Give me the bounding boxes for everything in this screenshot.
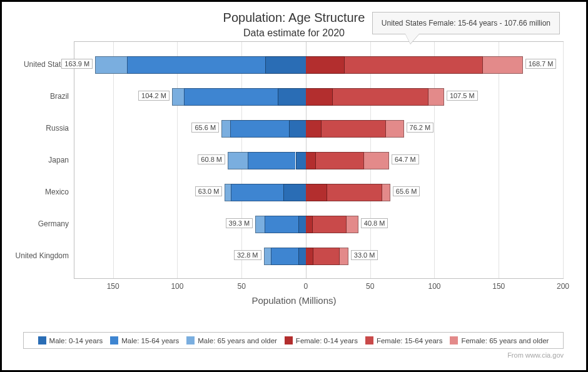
bar-segment-male[interactable]	[278, 88, 306, 106]
legend-swatch-icon	[110, 336, 118, 344]
bar-segment-male[interactable]	[265, 56, 306, 74]
bar-segment-male[interactable]	[95, 56, 127, 74]
female-total-label: 64.7 M	[392, 154, 419, 164]
bar-row: 32.8 M33.0 M	[74, 248, 563, 265]
x-tick-label: 200	[557, 282, 569, 291]
bar-segment-female[interactable]	[306, 248, 313, 265]
female-total-label: 168.7 M	[525, 59, 557, 69]
bar-segment-male[interactable]	[184, 88, 278, 106]
bar-segment-male[interactable]	[231, 184, 283, 201]
plot-area: 15010050050100150200163.9 M168.7 M104.2 …	[74, 41, 564, 279]
legend-item[interactable]: Female: 15-64 years	[365, 336, 442, 344]
x-tick-label: 100	[171, 282, 183, 291]
x-tick-label: 50	[366, 282, 374, 291]
bar-segment-male[interactable]	[283, 184, 306, 201]
bar-segment-female[interactable]	[345, 56, 483, 74]
legend-label: Male: 65 years and older	[198, 337, 277, 344]
x-axis-title: Population (Millions)	[21, 295, 567, 306]
gridline	[563, 42, 564, 278]
bar-segment-male[interactable]	[289, 120, 306, 138]
bar-segment-male[interactable]	[255, 216, 264, 233]
legend-item[interactable]: Female: 65 years and older	[450, 336, 549, 344]
male-total-label: 39.3 M	[226, 218, 253, 228]
legend-label: Male: 0-14 years	[49, 337, 103, 344]
bar-segment-female[interactable]	[483, 56, 523, 74]
bar-segment-female[interactable]	[306, 152, 316, 169]
bar-segment-female[interactable]	[322, 120, 386, 138]
male-total-label: 63.0 M	[195, 186, 223, 196]
male-total-label: 60.8 M	[198, 154, 225, 164]
bar-row: 163.9 M168.7 M	[74, 56, 563, 74]
bar-segment-female[interactable]	[340, 248, 348, 265]
tooltip: United States Female: 15-64 years - 107.…	[372, 12, 560, 34]
male-total-label: 32.8 M	[234, 250, 261, 260]
legend-item[interactable]: Male: 0-14 years	[38, 336, 103, 344]
bar-segment-female[interactable]	[313, 248, 340, 265]
bar-segment-female[interactable]	[306, 120, 322, 138]
bar-segment-male[interactable]	[225, 184, 231, 201]
y-tick-label: Japan	[48, 156, 69, 164]
bar-segment-female[interactable]	[313, 216, 346, 233]
bar-segment-male[interactable]	[265, 216, 298, 233]
legend-item[interactable]: Female: 0-14 years	[285, 336, 358, 344]
female-total-label: 40.8 M	[361, 218, 388, 228]
x-tick-label: 0	[304, 282, 308, 291]
legend-swatch-icon	[186, 336, 195, 344]
bar-row: 39.3 M40.8 M	[74, 216, 563, 233]
legend-swatch-icon	[285, 336, 293, 344]
bar-segment-male[interactable]	[230, 120, 290, 138]
bar-segment-female[interactable]	[364, 152, 389, 169]
bar-segment-female[interactable]	[306, 216, 313, 233]
legend-swatch-icon	[38, 336, 46, 344]
bar-segment-female[interactable]	[306, 56, 345, 74]
bar-segment-male[interactable]	[221, 120, 230, 138]
female-total-label: 107.5 M	[447, 91, 478, 101]
bar-segment-female[interactable]	[316, 152, 364, 169]
source-text: From www.cia.gov	[21, 351, 564, 359]
y-tick-label: Mexico	[45, 188, 69, 196]
legend-item[interactable]: Male: 15-64 years	[110, 336, 179, 344]
bar-segment-female[interactable]	[333, 88, 428, 106]
bar-row: 65.6 M76.2 M	[74, 120, 563, 138]
bar-segment-male[interactable]	[248, 152, 295, 169]
bar-segment-female[interactable]	[382, 184, 390, 201]
bar-segment-male[interactable]	[264, 248, 271, 265]
tooltip-text: United States Female: 15-64 years - 107.…	[382, 19, 550, 28]
x-tick-label: 150	[492, 282, 505, 291]
bar-segment-female[interactable]	[428, 88, 444, 106]
female-total-label: 65.6 M	[393, 186, 420, 196]
y-tick-label: Russia	[46, 124, 69, 133]
male-total-label: 65.6 M	[191, 123, 219, 133]
bar-segment-female[interactable]	[386, 120, 404, 138]
legend-label: Female: 65 years and older	[461, 337, 549, 344]
legend-label: Female: 15-64 years	[377, 337, 442, 344]
bar-segment-male[interactable]	[296, 152, 306, 169]
y-tick-label: Brazil	[50, 92, 69, 101]
tooltip-callout-icon	[405, 34, 419, 44]
x-tick-label: 100	[428, 282, 440, 291]
bar-segment-male[interactable]	[271, 248, 298, 265]
y-tick-label: United Kingdom	[16, 251, 69, 260]
legend-swatch-icon	[450, 336, 458, 344]
bar-row: 104.2 M107.5 M	[74, 88, 563, 106]
chart-wrap: United StatesBrazilRussiaJapanMexicoGerm…	[21, 41, 567, 306]
legend-item[interactable]: Male: 65 years and older	[186, 336, 277, 344]
x-tick-label: 150	[107, 282, 119, 291]
bar-segment-female[interactable]	[327, 184, 382, 201]
y-axis-labels: United StatesBrazilRussiaJapanMexicoGerm…	[21, 41, 74, 306]
bar-row: 60.8 M64.7 M	[74, 152, 563, 169]
bar-segment-female[interactable]	[306, 88, 333, 106]
bar-segment-male[interactable]	[298, 216, 306, 233]
bar-row: 63.0 M65.6 M	[74, 184, 563, 201]
female-total-label: 76.2 M	[407, 123, 434, 133]
bar-segment-female[interactable]	[347, 216, 358, 233]
x-tick-label: 50	[237, 282, 245, 291]
male-total-label: 163.9 M	[61, 59, 93, 69]
bar-segment-male[interactable]	[228, 152, 248, 169]
bar-segment-male[interactable]	[127, 56, 265, 74]
bar-segment-male[interactable]	[172, 88, 184, 106]
y-tick-label: Germany	[38, 219, 69, 228]
legend-swatch-icon	[365, 336, 373, 344]
bar-segment-male[interactable]	[298, 248, 306, 265]
bar-segment-female[interactable]	[306, 184, 327, 201]
